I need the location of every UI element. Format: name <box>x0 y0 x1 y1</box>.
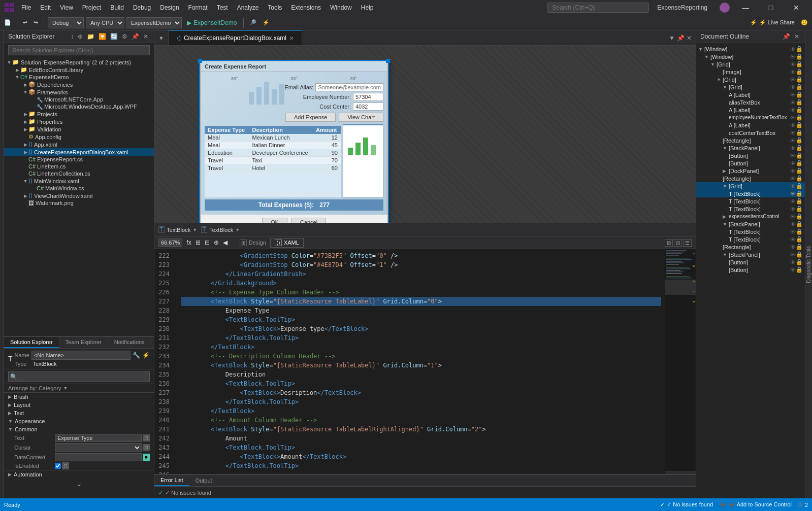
tree-item-frameworks[interactable]: ▼ 📦 Frameworks <box>4 88 154 96</box>
do-item-label-a[interactable]: A [Label] 👁 🔒 <box>696 91 805 98</box>
xaml-tab-btn[interactable]: ⟨⟩ XAML <box>270 238 304 248</box>
do-item-button-3[interactable]: [Button] 👁 🔒 <box>696 258 805 266</box>
do-item-textblock-5[interactable]: T [TextBlock] 👁 🔒 <box>696 235 805 243</box>
do-item-window[interactable]: ▼ [Window] 👁 🔒 <box>696 53 805 60</box>
tree-item-lineitem[interactable]: C# LineItem.cs <box>4 163 154 170</box>
tree-item-solution[interactable]: ▼ 📁 Solution 'ExpenseReporting' (2 of 2 … <box>4 58 154 66</box>
tree-item-wpf[interactable]: 🔧 Microsoft.WindowsDesktop.App.WPF <box>4 103 154 110</box>
feedback-button[interactable]: 🙂 <box>799 18 810 27</box>
do-item-label-a3[interactable]: A [Label] 👁 🔒 <box>696 121 805 129</box>
tree-item-appxaml[interactable]: ▶ ⟨⟩ App.xaml <box>4 141 154 148</box>
do-item-grid-2[interactable]: ▼ [Grid] 👁 🔒 <box>696 76 805 83</box>
do-close-btn[interactable]: ✕ <box>793 32 801 41</box>
category-text[interactable]: ▶ Text <box>4 409 154 417</box>
ie-prop-checkbox[interactable] <box>55 463 61 469</box>
se-folder-btn[interactable]: 📁 <box>85 32 96 41</box>
tree-item-expensereport[interactable]: C# ExpenseReport.cs <box>4 156 154 163</box>
snap-btn[interactable]: ⊕ <box>214 239 219 246</box>
do-item-textblock-3[interactable]: T [TextBlock] 👁 🔒 <box>696 205 805 213</box>
category-automation[interactable]: ▶ Automation <box>4 470 154 479</box>
design-tab-btn[interactable]: ⊞ Design <box>236 238 270 248</box>
do-item-textblock-2[interactable]: T [TextBlock] 👁 🔒 <box>696 197 805 205</box>
menu-file[interactable]: File <box>17 3 35 12</box>
do-item-button-4[interactable]: [Button] 👁 🔒 <box>696 266 805 274</box>
diagnostic-tools-panel[interactable]: Diagnostic Tools <box>805 30 812 498</box>
menu-help[interactable]: Help <box>357 3 378 12</box>
maximize-button[interactable]: □ <box>759 0 783 15</box>
menu-build[interactable]: Build <box>106 3 128 12</box>
tree-item-expenseit[interactable]: ▼ C# ExpenseItDemo <box>4 74 154 81</box>
view-chart-btn[interactable]: View Chart <box>339 113 383 122</box>
formula-btn[interactable]: fx <box>186 239 191 246</box>
tree-item-viewchart[interactable]: ▶ ⟨⟩ ViewChartWindow.xaml <box>4 192 154 199</box>
se-refresh-btn[interactable]: 🔄 <box>109 32 119 41</box>
do-item-rect-3[interactable]: [Rectangle] 👁 🔒 <box>696 243 805 251</box>
menu-view[interactable]: View <box>56 3 77 12</box>
toolbar-extra2[interactable]: ⚡ <box>261 18 272 27</box>
tab-solution-explorer[interactable]: Solution Explorer <box>4 337 59 348</box>
se-new-btn[interactable]: ⊕ <box>76 32 84 41</box>
tree-item-lineitemcollection[interactable]: C# LineItemCollection.cs <box>4 170 154 177</box>
text-prop-btn[interactable]: □ <box>143 434 150 441</box>
split-horizontal-btn[interactable]: ⊞ <box>665 239 673 247</box>
do-item-label-a2[interactable]: A [Label] 👁 🔒 <box>696 106 805 114</box>
cursor-prop-btn[interactable]: □ <box>143 444 150 451</box>
do-item-grid-3[interactable]: ▼ [Grid] 👁 🔒 <box>696 83 805 91</box>
toolbar-undo[interactable]: ↩ <box>21 18 29 27</box>
menu-design[interactable]: Design <box>156 3 183 12</box>
props-search-input[interactable] <box>8 371 150 382</box>
dc-prop-btn[interactable]: ■ <box>143 454 150 461</box>
toolbar-new[interactable]: 📄 <box>2 18 13 27</box>
category-layout[interactable]: ▶ Layout <box>4 401 154 409</box>
do-item-stackpanel-1[interactable]: ▼ [StackPanel] 👁 🔒 <box>696 144 805 152</box>
do-item-expenses-ctrl[interactable]: ▶ expensesItemsControl 👁 🔒 <box>696 213 805 220</box>
platform-dropdown[interactable]: Any CPU <box>86 17 124 28</box>
expand-more[interactable]: ⌄ <box>4 479 154 489</box>
tree-item-netcore[interactable]: 🔧 Microsoft.NETCore.App <box>4 96 154 103</box>
tree-item-deps[interactable]: ▶ 📦 Dependencies <box>4 81 154 88</box>
do-item-button-2[interactable]: [Button] 👁 🔒 <box>696 159 805 167</box>
element-selector-2[interactable]: T TextBlock ▼ <box>201 226 240 233</box>
tree-item-watermark[interactable]: 🖼 Watermark.png <box>4 199 154 207</box>
debug-config-dropdown[interactable]: Debug Release <box>48 17 84 28</box>
menu-test[interactable]: Test <box>213 3 232 12</box>
menu-project[interactable]: Project <box>78 3 105 12</box>
do-item-stackpanel-2[interactable]: ▼ [StackPanel] 👁 🔒 <box>696 220 805 228</box>
menu-format[interactable]: Format <box>184 3 212 12</box>
layout-btn[interactable]: ⊟ <box>205 239 210 246</box>
se-pin-btn[interactable]: 📌 <box>130 32 141 41</box>
do-item-dockpanel[interactable]: ▶ [DockPanel] 👁 🔒 <box>696 167 805 175</box>
se-search-input[interactable] <box>8 45 150 55</box>
do-item-rect-1[interactable]: [Rectangle] 👁 🔒 <box>696 137 805 144</box>
text-prop-input[interactable] <box>55 434 142 442</box>
more-btn[interactable]: ◀ <box>223 239 228 246</box>
do-item-button-1[interactable]: [Button] 👁 🔒 <box>696 152 805 159</box>
live-share-button[interactable]: ⚡ ⚡ Live Share <box>746 18 799 27</box>
minimize-button[interactable]: — <box>734 0 757 15</box>
menu-edit[interactable]: Edit <box>36 3 55 12</box>
se-sync-btn[interactable]: ↕ <box>69 32 75 41</box>
tab-close-panel-btn[interactable]: ✕ <box>687 35 692 42</box>
do-item-employee-textbox[interactable]: employeeNumberTextBox 👁 🔒 <box>696 114 805 121</box>
menu-analyze[interactable]: Analyze <box>233 3 263 12</box>
tree-item-mainwindow[interactable]: ▼ ⟨⟩ MainWindow.xaml <box>4 177 154 185</box>
error-list-tab[interactable]: Error List <box>154 475 189 486</box>
name-settings-btn[interactable]: 🔧 <box>133 352 140 359</box>
cancel-button[interactable]: Cancel <box>291 218 326 223</box>
tab-close-btn[interactable]: ✕ <box>289 36 294 41</box>
cursor-prop-select[interactable] <box>55 443 142 452</box>
tree-item-projects[interactable]: ▶ 📁 Projects <box>4 110 154 118</box>
tab-team-explorer[interactable]: Team Explorer <box>59 337 108 348</box>
do-pin-btn[interactable]: 📌 <box>781 32 792 41</box>
tree-item-createexpense[interactable]: ▶ ⟨⟩ CreateExpenseReportDialogBox.xaml <box>4 148 154 156</box>
global-search[interactable] <box>547 3 649 13</box>
grid-btn[interactable]: ⊞ <box>196 239 201 246</box>
do-item-image[interactable]: [Image] 👁 🔒 <box>696 68 805 76</box>
do-item-textblock-4[interactable]: T [TextBlock] 👁 🔒 <box>696 228 805 235</box>
category-brush[interactable]: ▶ Brush <box>4 393 154 401</box>
tab-notifications[interactable]: Notifications <box>108 337 151 348</box>
do-item-rect-2[interactable]: [Rectangle] 👁 🔒 <box>696 175 805 182</box>
editor-only-btn[interactable]: ☰ <box>683 239 692 247</box>
tree-item-validation[interactable]: ▶ 📁 Validation <box>4 125 154 133</box>
do-item-grid-4[interactable]: ▼ [Grid] 👁 🔒 <box>696 182 805 190</box>
